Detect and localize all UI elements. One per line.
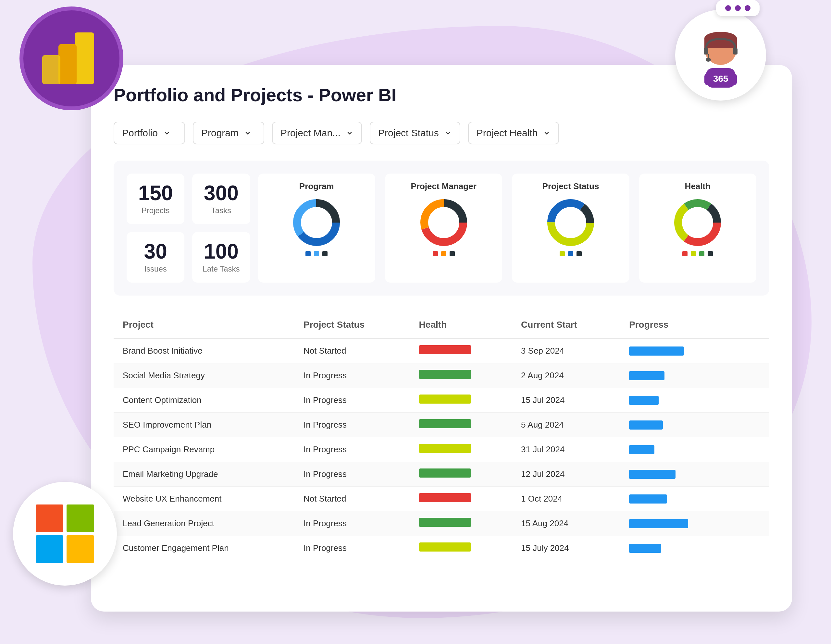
- chat-dot-1: [725, 5, 731, 11]
- agent-avatar: 365: [688, 23, 753, 87]
- progress-bar-bg: [629, 470, 713, 479]
- health-indicator: [419, 493, 471, 502]
- chevron-down-icon: [163, 129, 171, 137]
- progress-bar-bg: [629, 347, 713, 356]
- legend-red: [682, 251, 688, 256]
- chart-container: Program Project Manager: [258, 173, 756, 283]
- ms-yellow: [67, 535, 94, 563]
- cell-health: [410, 339, 512, 363]
- cell-progress: [620, 339, 769, 363]
- dashboard-card: Portfolio and Projects - Power BI Portfo…: [91, 65, 792, 612]
- health-donut: [672, 197, 724, 248]
- legend-lightblue: [314, 251, 319, 256]
- progress-bar-fill: [629, 445, 654, 454]
- cell-project: Content Optimization: [114, 388, 295, 413]
- cell-progress: [620, 437, 769, 462]
- table-row: Social Media Strategy In Progress 2 Aug …: [114, 363, 769, 388]
- stat-late-tasks-value: 100: [202, 241, 240, 262]
- cell-progress: [620, 487, 769, 511]
- health-indicator: [419, 370, 471, 379]
- progress-bar-bg: [629, 495, 713, 504]
- projects-table: Project Project Status Health Current St…: [114, 312, 769, 560]
- progress-bar-bg: [629, 371, 713, 380]
- svg-rect-7: [704, 48, 708, 54]
- project-health-filter-label: Project Health: [476, 127, 538, 138]
- health-indicator: [419, 419, 471, 428]
- data-table-container: Project Project Status Health Current St…: [114, 312, 769, 560]
- ps-legend: [560, 251, 582, 256]
- stat-projects: 150 Projects: [127, 173, 185, 224]
- cell-health: [410, 363, 512, 388]
- col-health: Health: [410, 312, 512, 339]
- program-chart-title: Program: [299, 181, 334, 191]
- cell-start: 3 Sep 2024: [512, 339, 620, 363]
- cell-start: 15 Jul 2024: [512, 388, 620, 413]
- col-start: Current Start: [512, 312, 620, 339]
- stats-charts-row: 150 Projects 300 Tasks 30 Issues 100 Lat…: [114, 161, 769, 296]
- health-chart: Health: [639, 173, 756, 283]
- legend-blue: [306, 251, 310, 256]
- stat-late-tasks-label: Late Tasks: [202, 264, 240, 274]
- progress-bar-bg: [629, 445, 713, 454]
- table-row: Website UX Enhancement Not Started 1 Oct…: [114, 487, 769, 511]
- microsoft-logo-circle: [13, 482, 117, 585]
- table-row: Email Marketing Upgrade In Progress 12 J…: [114, 462, 769, 487]
- svg-rect-2: [42, 55, 60, 84]
- pm-chart-title: Project Manager: [411, 181, 476, 191]
- svg-point-16: [303, 209, 330, 236]
- cell-start: 15 July 2024: [512, 536, 620, 561]
- chevron-down-icon: [543, 129, 551, 137]
- table-header-row: Project Project Status Health Current St…: [114, 312, 769, 339]
- health-indicator: [419, 518, 471, 527]
- cell-status: Not Started: [295, 487, 410, 511]
- stat-projects-label: Projects: [137, 206, 174, 215]
- portfolio-filter[interactable]: Portfolio: [114, 122, 185, 145]
- cell-status: In Progress: [295, 363, 410, 388]
- table-row: Customer Engagement Plan In Progress 15 …: [114, 536, 769, 561]
- progress-bar-bg: [629, 519, 713, 528]
- powerbi-icon: [39, 26, 104, 91]
- progress-bar-bg: [629, 420, 713, 429]
- legend-yellow: [691, 251, 696, 256]
- cell-health: [410, 511, 512, 536]
- cell-health: [410, 437, 512, 462]
- cell-progress: [620, 511, 769, 536]
- cell-project: PPC Campaign Revamp: [114, 437, 295, 462]
- cell-project: Brand Boost Initiative: [114, 339, 295, 363]
- project-status-filter[interactable]: Project Status: [370, 122, 460, 145]
- svg-point-29: [684, 209, 711, 236]
- col-status: Project Status: [295, 312, 410, 339]
- progress-bar-fill: [629, 519, 688, 528]
- legend-red: [433, 251, 438, 256]
- col-project: Project: [114, 312, 295, 339]
- svg-text:365: 365: [713, 74, 728, 84]
- col-progress: Progress: [620, 312, 769, 339]
- ms-red: [36, 504, 63, 532]
- cell-status: In Progress: [295, 462, 410, 487]
- cell-health: [410, 487, 512, 511]
- cell-status: In Progress: [295, 413, 410, 437]
- progress-bar-bg: [629, 544, 713, 553]
- cell-project: Customer Engagement Plan: [114, 536, 295, 561]
- ms-green: [67, 504, 94, 532]
- health-indicator: [419, 469, 471, 477]
- cell-progress: [620, 462, 769, 487]
- cell-project: Email Marketing Upgrade: [114, 462, 295, 487]
- progress-bar-bg: [629, 396, 713, 405]
- program-chart: Program: [258, 173, 375, 283]
- legend-dark: [450, 251, 455, 256]
- chat-dot-2: [735, 5, 741, 11]
- legend-orange: [441, 251, 446, 256]
- project-health-filter[interactable]: Project Health: [468, 122, 559, 145]
- project-manager-filter[interactable]: Project Man...: [272, 122, 362, 145]
- stat-late-tasks: 100 Late Tasks: [192, 232, 250, 283]
- health-indicator: [419, 444, 471, 453]
- svg-rect-1: [59, 44, 76, 84]
- progress-bar-fill: [629, 371, 664, 380]
- chevron-down-icon: [244, 129, 252, 137]
- progress-bar-fill: [629, 347, 684, 356]
- svg-rect-8: [733, 48, 737, 54]
- h-legend: [682, 251, 713, 256]
- program-filter[interactable]: Program: [193, 122, 264, 145]
- progress-bar-fill: [629, 470, 675, 479]
